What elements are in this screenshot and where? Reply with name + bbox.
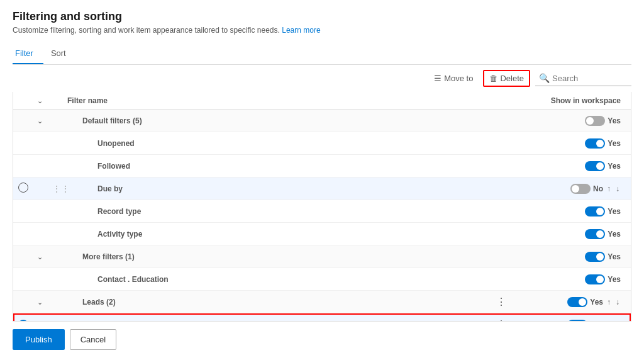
filter-table: ⌄ Filter name Show in workspace ⌄ Defaul…	[13, 92, 631, 322]
page-subtitle: Customize filtering, sorting and work it…	[13, 26, 631, 35]
search-input[interactable]	[552, 74, 628, 83]
search-icon: 🔍	[539, 73, 550, 83]
move-to-icon: ☰	[434, 74, 441, 83]
row-label: Activity type	[67, 230, 494, 239]
tab-sort[interactable]: Sort	[48, 43, 76, 64]
move-down-button[interactable]: ↓	[614, 183, 621, 194]
toggle-due-by[interactable]	[570, 184, 591, 194]
toggle-activity-type[interactable]	[585, 229, 605, 239]
move-to-button[interactable]: ☰ Move to	[429, 71, 478, 86]
move-up-button[interactable]: ↑	[606, 296, 612, 308]
table-row: Unopened Yes	[13, 132, 631, 155]
row-label: More filters (1)	[67, 252, 494, 261]
move-up-button[interactable]: ↑	[606, 183, 612, 194]
page-title: Filtering and sorting	[13, 10, 631, 23]
row-label: Unopened	[67, 139, 494, 148]
expand-icon[interactable]: ⌄	[37, 253, 43, 261]
table-row: Contact . Education Yes	[13, 268, 631, 291]
table-row: Followed Yes	[13, 155, 631, 177]
table-row: Activity type Yes	[13, 223, 631, 245]
table-row: ⌄ Leads (2) ⋮ Yes ↑ ↓	[13, 291, 631, 313]
toggle-leads[interactable]	[567, 297, 587, 307]
toggle-contact-education[interactable]	[585, 274, 605, 284]
toggle-default-filters[interactable]	[585, 116, 605, 126]
row-menu-icon[interactable]: ⋮	[494, 296, 509, 307]
toggle-record-type[interactable]	[585, 206, 605, 217]
row-label: Contact . Education	[67, 275, 494, 284]
footer: Publish Cancel	[13, 322, 631, 350]
table-header: ⌄ Filter name Show in workspace	[13, 92, 631, 110]
tab-filter[interactable]: Filter	[13, 43, 43, 64]
toolbar: ☰ Move to 🗑 Delete 🔍	[13, 65, 631, 92]
table-row: Record type Yes	[13, 200, 631, 223]
toggle-followed[interactable]	[585, 161, 605, 171]
col-show-in-workspace: Show in workspace	[513, 96, 626, 105]
row-label: Record type	[67, 207, 494, 216]
sort-chevron[interactable]: ⌄	[37, 97, 43, 104]
toggle-unopened[interactable]	[585, 138, 605, 149]
delete-button[interactable]: 🗑 Delete	[483, 70, 530, 87]
learn-more-link[interactable]: Learn more	[282, 26, 320, 35]
table-row: ⋮⋮ Due by No ↑ ↓	[13, 177, 631, 200]
tabs-container: Filter Sort	[13, 43, 631, 65]
row-select-circle[interactable]	[18, 183, 28, 193]
table-row: ⌄ Default filters (5) Yes	[13, 110, 631, 132]
move-down-button[interactable]: ↓	[614, 296, 621, 308]
search-box: 🔍	[535, 70, 631, 86]
row-label: Leads (2)	[67, 298, 494, 307]
toggle-more-filters[interactable]	[585, 252, 605, 262]
cancel-button[interactable]: Cancel	[70, 329, 116, 350]
delete-icon: 🗑	[489, 74, 497, 83]
row-label: Default filters (5)	[67, 116, 494, 125]
table-row: ⌄ More filters (1) Yes	[13, 245, 631, 268]
expand-icon[interactable]: ⌄	[37, 117, 43, 125]
row-label: Due by	[67, 184, 494, 193]
publish-button[interactable]: Publish	[13, 329, 65, 350]
col-filter-name: Filter name	[67, 96, 494, 105]
expand-icon[interactable]: ⌄	[37, 298, 43, 306]
table-row: ✓ Lead . Currency ⋮ Yes ↑ ↓	[13, 313, 631, 322]
row-label: Followed	[67, 162, 494, 171]
